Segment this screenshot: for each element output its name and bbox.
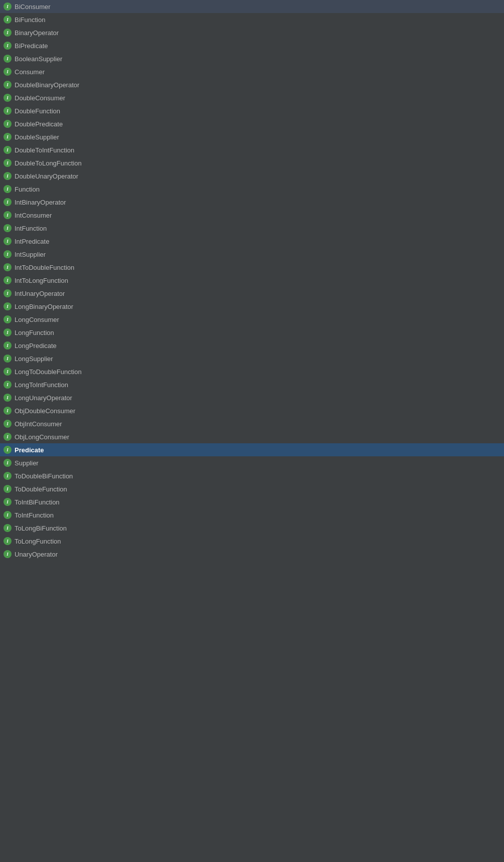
list-item[interactable]: DoubleFunction xyxy=(0,104,504,117)
list-item[interactable]: BooleanSupplier xyxy=(0,52,504,65)
list-item[interactable]: DoubleConsumer xyxy=(0,91,504,104)
list-item[interactable]: LongToDoubleFunction xyxy=(0,365,504,378)
list-item[interactable]: DoubleSupplier xyxy=(0,130,504,143)
interface-icon xyxy=(3,341,12,350)
item-label: IntPredicate xyxy=(15,238,49,245)
list-item[interactable]: LongUnaryOperator xyxy=(0,391,504,404)
item-label: LongSupplier xyxy=(15,355,53,363)
list-item[interactable]: DoublePredicate xyxy=(0,117,504,130)
interface-icon xyxy=(3,263,12,272)
list-item[interactable]: LongFunction xyxy=(0,326,504,339)
item-label: BiConsumer xyxy=(15,3,51,11)
item-label: IntSupplier xyxy=(15,251,46,258)
item-label: IntUnaryOperator xyxy=(15,290,65,297)
list-item[interactable]: IntUnaryOperator xyxy=(0,287,504,300)
interface-icon xyxy=(3,458,12,467)
interface-icon xyxy=(3,302,12,311)
item-label: IntBinaryOperator xyxy=(15,199,66,206)
list-item[interactable]: ObjDoubleConsumer xyxy=(0,404,504,417)
list-item[interactable]: IntBinaryOperator xyxy=(0,196,504,209)
list-item[interactable]: LongBinaryOperator xyxy=(0,300,504,313)
list-item[interactable]: DoubleToIntFunction xyxy=(0,143,504,156)
interface-icon xyxy=(3,54,12,63)
item-label: Function xyxy=(15,186,40,193)
list-item[interactable]: DoubleToLongFunction xyxy=(0,156,504,169)
item-label: LongFunction xyxy=(15,329,54,336)
list-item[interactable]: BinaryOperator xyxy=(0,26,504,39)
list-item[interactable]: IntSupplier xyxy=(0,248,504,261)
list-item[interactable]: ToIntBiFunction xyxy=(0,495,504,508)
list-item[interactable]: LongToIntFunction xyxy=(0,378,504,391)
list-item[interactable]: IntConsumer xyxy=(0,209,504,222)
interface-icon xyxy=(3,250,12,259)
interface-icon xyxy=(3,132,12,141)
list-item[interactable]: Function xyxy=(0,183,504,196)
list-item[interactable]: ToIntFunction xyxy=(0,508,504,522)
list-item[interactable]: UnaryOperator xyxy=(0,548,504,561)
interface-icon xyxy=(3,510,12,520)
list-item[interactable]: ToDoubleFunction xyxy=(0,482,504,495)
item-label: Supplier xyxy=(15,459,39,467)
list-item[interactable]: IntToLongFunction xyxy=(0,274,504,287)
list-item[interactable]: IntFunction xyxy=(0,222,504,235)
interface-icon xyxy=(3,15,12,24)
item-label: BinaryOperator xyxy=(15,29,59,37)
list-item[interactable]: ToLongFunction xyxy=(0,535,504,548)
list-item[interactable]: Supplier xyxy=(0,456,504,469)
list-item[interactable]: DoubleBinaryOperator xyxy=(0,78,504,91)
interface-icon xyxy=(3,354,12,363)
item-label: LongConsumer xyxy=(15,316,59,323)
list-item[interactable]: BiConsumer xyxy=(0,0,504,13)
interface-icon xyxy=(3,367,12,376)
interface-icon xyxy=(3,119,12,128)
item-label: ToIntFunction xyxy=(15,511,54,519)
item-label: BiPredicate xyxy=(15,42,48,50)
item-label: DoublePredicate xyxy=(15,120,63,128)
interface-icon xyxy=(3,80,12,89)
item-label: ToDoubleFunction xyxy=(15,485,67,493)
list-item[interactable]: ObjLongConsumer xyxy=(0,430,504,443)
list-item[interactable]: BiPredicate xyxy=(0,39,504,52)
item-label: ToLongBiFunction xyxy=(15,525,67,532)
interface-icon xyxy=(3,524,12,533)
interface-icon xyxy=(3,93,12,102)
interface-icon xyxy=(3,224,12,233)
list-item[interactable]: LongSupplier xyxy=(0,352,504,365)
list-item[interactable]: ToLongBiFunction xyxy=(0,522,504,535)
item-label: BooleanSupplier xyxy=(15,55,62,63)
list-item[interactable]: IntPredicate xyxy=(0,235,504,248)
item-label: Consumer xyxy=(15,68,45,76)
list-item[interactable]: Consumer xyxy=(0,65,504,78)
interface-icon xyxy=(3,445,12,454)
item-label: Predicate xyxy=(15,446,44,454)
item-label: LongToDoubleFunction xyxy=(15,368,82,376)
interface-icon xyxy=(3,380,12,389)
list-item[interactable]: IntToDoubleFunction xyxy=(0,261,504,274)
item-label: ObjDoubleConsumer xyxy=(15,407,75,415)
list-item[interactable]: DoubleUnaryOperator xyxy=(0,169,504,183)
item-label: ToLongFunction xyxy=(15,538,61,545)
item-label: LongPredicate xyxy=(15,342,57,350)
interface-icon xyxy=(3,432,12,441)
item-label: UnaryOperator xyxy=(15,551,58,558)
interface-icon xyxy=(3,106,12,115)
list-item[interactable]: LongPredicate xyxy=(0,339,504,352)
list-item[interactable]: LongConsumer xyxy=(0,313,504,326)
list-item[interactable]: Predicate xyxy=(0,443,504,456)
list-item[interactable]: BiFunction xyxy=(0,13,504,26)
item-label: IntConsumer xyxy=(15,212,52,219)
list-item[interactable]: ObjIntConsumer xyxy=(0,417,504,430)
interface-icon xyxy=(3,145,12,154)
interface-icon xyxy=(3,198,12,207)
item-label: DoubleToIntFunction xyxy=(15,146,74,154)
item-label: ObjLongConsumer xyxy=(15,433,69,441)
interface-icon xyxy=(3,550,12,559)
interface-icon xyxy=(3,185,12,194)
item-label: ToIntBiFunction xyxy=(15,498,60,506)
item-label: IntToDoubleFunction xyxy=(15,264,74,271)
item-label: DoubleSupplier xyxy=(15,133,59,141)
interface-list: BiConsumerBiFunctionBinaryOperatorBiPred… xyxy=(0,0,504,561)
list-item[interactable]: ToDoubleBiFunction xyxy=(0,469,504,482)
interface-icon xyxy=(3,289,12,298)
item-label: DoubleUnaryOperator xyxy=(15,173,78,180)
